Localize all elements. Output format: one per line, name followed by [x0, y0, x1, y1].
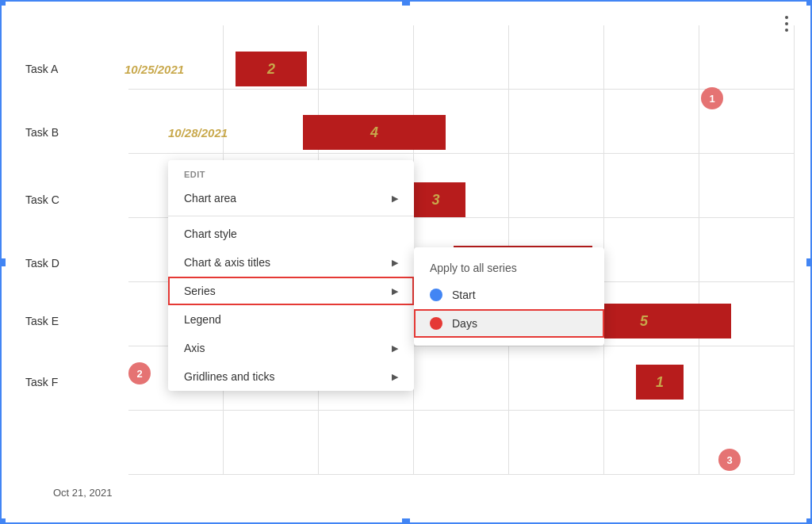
task-label: Task D: [25, 257, 89, 270]
arrow-icon: ▶: [392, 286, 398, 296]
arrow-icon: ▶: [392, 258, 398, 268]
arrow-icon: ▶: [392, 372, 398, 382]
bottom-date-label: Oct 21, 2021: [53, 487, 112, 499]
menu-item-label: Legend: [184, 313, 221, 326]
task-bar-value: 2: [267, 61, 275, 78]
task-bar-value: 1: [656, 374, 664, 391]
task-bar: 4: [303, 115, 446, 150]
handle-middle-left[interactable]: [0, 258, 6, 266]
task-bar: 2: [236, 52, 307, 86]
menu-item-label: Series: [184, 285, 216, 297]
task-label: Task A: [25, 63, 89, 75]
handle-middle-right[interactable]: [806, 258, 812, 266]
task-label: Task C: [25, 193, 89, 206]
menu-item-label: Gridlines and ticks: [184, 370, 274, 383]
task-bar-value: 5: [640, 313, 648, 330]
arrow-icon: ▶: [392, 343, 398, 354]
submenu-item-days[interactable]: Days: [414, 309, 604, 338]
task-label: Task B: [25, 126, 89, 139]
context-menu: EDIT Chart area ▶ Chart style Chart & ax…: [168, 160, 414, 391]
submenu-item-label: Days: [452, 317, 477, 330]
badge-3: 3: [718, 449, 741, 471]
task-bar-value: 4: [370, 124, 378, 141]
task-row: Task B 10/28/2021 4: [2, 105, 810, 160]
task-label: Task F: [25, 376, 89, 388]
start-series-dot: [430, 289, 442, 301]
menu-item-gridlines-ticks[interactable]: Gridlines and ticks ▶: [168, 362, 414, 391]
menu-item-legend[interactable]: Legend: [168, 305, 414, 334]
menu-item-series[interactable]: Series ▶: [168, 277, 414, 305]
chart-container: Task A 10/25/2021 2 Task B 10/28/2021 4 …: [0, 0, 812, 524]
handle-bottom-left[interactable]: [0, 518, 6, 524]
days-series-dot: [430, 317, 442, 330]
submenu-item-label: Start: [452, 289, 476, 301]
menu-item-chart-style[interactable]: Chart style: [168, 220, 414, 248]
task-bar-value: 3: [431, 192, 439, 208]
menu-item-chart-axis-titles[interactable]: Chart & axis titles ▶: [168, 248, 414, 277]
series-submenu: Apply to all series Start Days: [414, 247, 604, 346]
task-bar: 3: [406, 182, 465, 217]
handle-top-left[interactable]: [0, 0, 6, 6]
task-label: Task E: [25, 315, 89, 327]
arrow-icon: ▶: [392, 193, 398, 204]
menu-divider: [168, 216, 414, 216]
task-date: 10/28/2021: [168, 126, 228, 140]
menu-section-label: EDIT: [168, 160, 414, 184]
submenu-header: Apply to all series: [414, 255, 604, 281]
badge-1: 1: [701, 87, 723, 109]
task-date: 10/25/2021: [124, 63, 184, 76]
handle-top-right[interactable]: [806, 0, 812, 6]
dot: [785, 16, 788, 19]
menu-item-label: Chart style: [184, 228, 237, 240]
handle-top-center[interactable]: [402, 0, 410, 6]
task-row: Task A 10/25/2021 2: [2, 41, 810, 97]
menu-item-chart-area[interactable]: Chart area ▶: [168, 184, 414, 212]
task-bar: 1: [636, 365, 684, 400]
menu-item-axis[interactable]: Axis ▶: [168, 334, 414, 362]
menu-item-label: Chart area: [184, 192, 236, 205]
submenu-item-start[interactable]: Start: [414, 281, 604, 309]
badge-2: 2: [128, 362, 151, 384]
handle-bottom-right[interactable]: [806, 518, 812, 524]
menu-item-label: Chart & axis titles: [184, 256, 270, 269]
handle-bottom-center[interactable]: [402, 518, 410, 524]
menu-item-label: Axis: [184, 342, 205, 354]
